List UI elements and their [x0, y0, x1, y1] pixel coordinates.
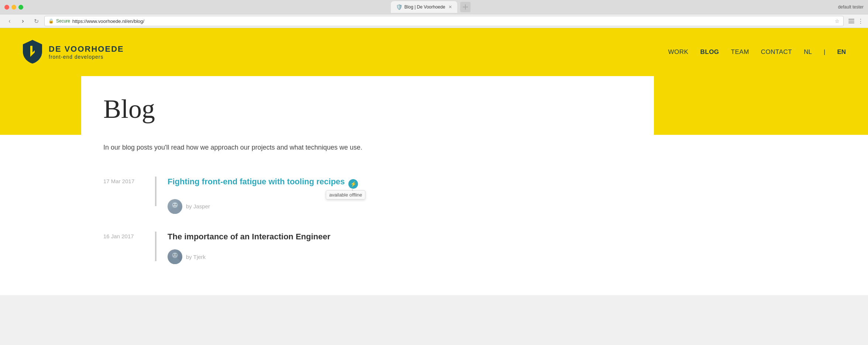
minimize-button[interactable] — [11, 5, 16, 10]
svg-point-9 — [176, 204, 177, 205]
logo-name: DE VOORHOEDE — [49, 44, 124, 54]
tab-title: Blog | De Voorhoede — [404, 4, 446, 10]
offline-badge-container: ⚡ available offline — [348, 179, 358, 189]
post-date-1: 17 Mar 2017 — [103, 177, 155, 184]
svg-rect-3 — [848, 21, 854, 21]
site-header: DE VOORHOEDE front-end developers WORK B… — [0, 28, 868, 76]
svg-rect-1 — [465, 4, 466, 10]
post-date-2: 16 Jan 2017 — [103, 232, 155, 239]
offline-tooltip-1: available offline — [326, 190, 365, 199]
maximize-button[interactable] — [18, 5, 23, 10]
browser-menu-icon[interactable]: ⋮ — [858, 18, 864, 25]
blog-post-2: 16 Jan 2017 The importance of an Interac… — [103, 223, 846, 273]
offline-badge-1[interactable]: ⚡ — [348, 179, 358, 189]
logo-area: DE VOORHOEDE front-end developers — [22, 39, 668, 65]
blog-posts-list: 17 Mar 2017 Fighting front-end fatigue w… — [103, 168, 846, 273]
hero-right-yellow — [654, 76, 868, 135]
logo-text: DE VOORHOEDE front-end developers — [49, 44, 124, 60]
svg-point-13 — [173, 255, 175, 256]
post-title-text-2: The importance of an Interaction Enginee… — [168, 232, 330, 242]
page-title: Blog — [103, 95, 632, 124]
address-bar[interactable]: 🔒 Secure https://www.voorhoede.nl/en/blo… — [44, 16, 844, 26]
new-tab-button[interactable] — [460, 2, 471, 12]
author-name-1: by Jasper — [186, 203, 210, 209]
address-text: https://www.voorhoede.nl/en/blog/ — [72, 18, 833, 24]
post-title-link-1[interactable]: Fighting front-end fatigue with tooling … — [168, 177, 345, 187]
browser-tab[interactable]: 🛡️ Blog | De Voorhoede ✕ — [391, 1, 457, 13]
post-body-1: Fighting front-end fatigue with tooling … — [168, 177, 846, 214]
lang-nl[interactable]: NL — [804, 48, 812, 56]
secure-label: Secure — [56, 18, 70, 24]
post-title-2: The importance of an Interaction Enginee… — [168, 232, 330, 242]
post-divider-2 — [155, 232, 156, 261]
secure-icon: 🔒 — [48, 18, 54, 24]
blog-post-1: 17 Mar 2017 Fighting front-end fatigue w… — [103, 168, 846, 223]
lang-en[interactable]: EN — [837, 48, 846, 56]
author-avatar-jasper — [168, 199, 182, 214]
back-button[interactable]: ‹ — [4, 16, 15, 26]
title-bar: 🛡️ Blog | De Voorhoede ✕ default tester — [0, 0, 868, 14]
svg-rect-2 — [848, 19, 854, 20]
website: DE VOORHOEDE front-end developers WORK B… — [0, 28, 868, 295]
main-content: In our blog posts you'll read how we app… — [0, 135, 868, 295]
browser-nav-bar: ‹ › ↻ 🔒 Secure https://www.voorhoede.nl/… — [0, 14, 868, 28]
nav-work[interactable]: WORK — [668, 48, 689, 56]
hero-left-yellow — [0, 76, 81, 135]
svg-rect-4 — [848, 23, 854, 23]
author-name-2: by Tjerk — [186, 254, 206, 260]
svg-point-11 — [170, 258, 180, 264]
nav-blog[interactable]: BLOG — [700, 48, 719, 56]
close-button[interactable] — [4, 5, 9, 10]
logo-icon[interactable] — [22, 39, 43, 65]
bookmark-icon[interactable]: ☆ — [835, 18, 840, 24]
forward-button[interactable]: › — [18, 16, 28, 26]
post-author-1: by Jasper — [168, 199, 846, 214]
browser-user-label: default tester — [838, 4, 864, 10]
extensions-button[interactable] — [848, 18, 855, 24]
tab-favicon: 🛡️ — [396, 4, 402, 10]
lang-separator: | — [824, 48, 825, 56]
browser-chrome: 🛡️ Blog | De Voorhoede ✕ default tester … — [0, 0, 868, 28]
svg-point-14 — [176, 255, 177, 256]
post-body-2: The importance of an Interaction Enginee… — [168, 232, 846, 264]
page-hero: Blog — [0, 76, 868, 135]
svg-point-6 — [170, 208, 180, 214]
post-title-text-1: Fighting front-end fatigue with tooling … — [168, 177, 345, 187]
post-divider-1 — [155, 177, 156, 206]
post-author-2: by Tjerk — [168, 249, 846, 264]
author-avatar-tjerk — [168, 249, 182, 264]
nav-team[interactable]: TEAM — [731, 48, 749, 56]
refresh-button[interactable]: ↻ — [31, 16, 41, 26]
traffic-lights — [4, 5, 23, 10]
svg-point-8 — [173, 204, 175, 205]
logo-tagline: front-end developers — [49, 54, 124, 60]
hero-content: Blog — [81, 76, 654, 135]
nav-contact[interactable]: CONTACT — [761, 48, 792, 56]
tab-close-icon[interactable]: ✕ — [448, 4, 452, 10]
page-intro: In our blog posts you'll read how we app… — [103, 142, 846, 153]
main-nav: WORK BLOG TEAM CONTACT NL | EN — [668, 48, 846, 56]
